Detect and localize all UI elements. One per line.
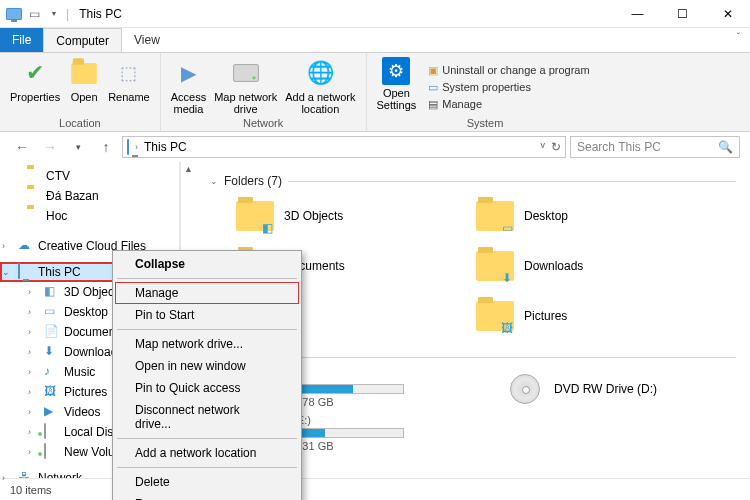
chevron-right-icon[interactable]: › (28, 387, 31, 397)
open-button[interactable]: Open (64, 57, 104, 117)
tab-file[interactable]: File (0, 28, 43, 52)
rename-button[interactable]: ⬚ Rename (104, 57, 154, 117)
chevron-right-icon[interactable]: › (2, 473, 5, 478)
ctx-disconnect-drive[interactable]: Disconnect network drive... (115, 399, 299, 435)
add-location-button[interactable]: 🌐 Add a network location (281, 57, 359, 117)
recent-dropdown[interactable]: ▾ (66, 135, 90, 159)
manage-link[interactable]: ▤Manage (428, 98, 589, 111)
separator (288, 181, 736, 182)
ribbon-tabs: File Computer View ˇ (0, 28, 750, 52)
access-media-button[interactable]: ▶ Access media (167, 57, 210, 117)
drive-c-sub: of 178 GB (284, 396, 404, 408)
ribbon-group-network: ▶ Access media Map network drive 🌐 Add a… (161, 53, 367, 131)
open-settings-button[interactable]: ⚙ Open Settings (373, 57, 421, 117)
drive-icon (230, 57, 262, 89)
chevron-right-icon[interactable]: › (28, 367, 31, 377)
chevron-right-icon[interactable]: › (28, 327, 31, 337)
drive-e-sub: of 931 GB (284, 440, 404, 452)
separator (247, 357, 736, 358)
address-dropdown-icon[interactable]: v (541, 140, 546, 154)
tab-computer[interactable]: Computer (43, 28, 122, 52)
separator (117, 467, 297, 468)
network-group-label: Network (167, 117, 360, 131)
window-title: This PC (79, 7, 122, 21)
tree-hoc[interactable]: Hoc (0, 206, 179, 226)
address-bar[interactable]: › This PC v ↻ (122, 136, 566, 158)
tree-dabazan[interactable]: Đá Bazan (0, 186, 179, 206)
close-button[interactable]: ✕ (705, 0, 750, 28)
separator (117, 438, 297, 439)
folder-downloads[interactable]: ⬇ Downloads (476, 244, 676, 288)
minimize-button[interactable]: ― (615, 0, 660, 28)
drive-c-label: :) (284, 370, 404, 382)
refresh-button[interactable]: ↻ (551, 140, 561, 154)
ctx-manage[interactable]: Manage (115, 282, 299, 304)
chevron-right-icon[interactable]: › (28, 287, 31, 297)
ctx-add-network-location[interactable]: Add a network location (115, 442, 299, 464)
chevron-down-icon[interactable]: ⌄ (2, 267, 10, 277)
chevron-right-icon[interactable]: › (28, 347, 31, 357)
up-button[interactable]: ↑ (94, 135, 118, 159)
address-text: This PC (144, 140, 187, 154)
chevron-down-icon[interactable]: ⌄ (210, 176, 218, 186)
chevron-right-icon[interactable]: › (28, 427, 31, 437)
search-icon: 🔍 (718, 140, 733, 154)
properties-button[interactable]: ✔ Properties (6, 57, 64, 117)
context-menu: Collapse Manage Pin to Start Map network… (112, 250, 302, 500)
ctx-pin-start[interactable]: Pin to Start (115, 304, 299, 326)
open-icon (68, 57, 100, 89)
qat-dropdown-icon[interactable]: ▾ (46, 6, 62, 22)
folders-header[interactable]: ⌄ Folders (7) (210, 174, 736, 188)
scroll-up-icon[interactable]: ▲ (184, 162, 193, 176)
ribbon-collapse-icon[interactable]: ˇ (727, 28, 750, 52)
ribbon: ✔ Properties Open ⬚ Rename Location ▶ Ac… (0, 52, 750, 132)
quick-access-toolbar: ▭ ▾ | (0, 6, 69, 22)
chevron-right-icon[interactable]: › (2, 241, 5, 251)
item-count: 10 items (10, 484, 52, 496)
access-media-label: Access media (171, 91, 206, 115)
maximize-button[interactable]: ☐ (660, 0, 705, 28)
search-box[interactable]: Search This PC 🔍 (570, 136, 740, 158)
chevron-right-icon[interactable]: › (28, 407, 31, 417)
qat-properties-icon[interactable]: ▭ (26, 6, 42, 22)
ribbon-group-location: ✔ Properties Open ⬚ Rename Location (0, 53, 161, 131)
titlebar: ▭ ▾ | This PC ― ☐ ✕ (0, 0, 750, 28)
drive-dvd[interactable]: DVD RW Drive (D:) (506, 370, 736, 408)
back-button[interactable]: ← (10, 135, 34, 159)
ctx-open-new-window[interactable]: Open in new window (115, 355, 299, 377)
ctx-collapse[interactable]: Collapse (115, 253, 299, 275)
drive-e-label: e (E:) (284, 414, 404, 426)
titlebar-separator: | (66, 7, 69, 21)
dvd-icon (506, 370, 544, 408)
open-label: Open (71, 91, 98, 103)
chevron-right-icon[interactable]: › (28, 307, 31, 317)
image-icon: 🖼 (498, 319, 516, 337)
ctx-rename[interactable]: Rename (115, 493, 299, 500)
folder-pictures[interactable]: 🖼 Pictures (476, 294, 676, 338)
manage-small-icon: ▤ (428, 98, 438, 111)
tree-ctv[interactable]: CTV (0, 166, 179, 186)
window-controls: ― ☐ ✕ (615, 0, 750, 28)
system-links: ▣Uninstall or change a program ▭System p… (420, 57, 597, 117)
forward-button[interactable]: → (38, 135, 62, 159)
drive-c-usage-bar (284, 384, 404, 394)
properties-label: Properties (10, 91, 60, 103)
navbar: ← → ▾ ↑ › This PC v ↻ Search This PC 🔍 (0, 132, 750, 162)
map-drive-button[interactable]: Map network drive (210, 57, 281, 117)
folder-desktop[interactable]: ▭ Desktop (476, 194, 676, 238)
uninstall-link[interactable]: ▣Uninstall or change a program (428, 64, 589, 77)
sysprops-link[interactable]: ▭System properties (428, 81, 589, 94)
system-group-label: System (373, 117, 598, 131)
ctx-pin-quick-access[interactable]: Pin to Quick access (115, 377, 299, 399)
ctx-delete[interactable]: Delete (115, 471, 299, 493)
address-chevron-icon[interactable]: › (135, 142, 138, 152)
download-icon: ⬇ (498, 269, 516, 287)
tab-view[interactable]: View (122, 28, 172, 52)
pc-icon (127, 140, 129, 154)
chevron-right-icon[interactable]: › (28, 447, 31, 457)
devices-grid: :) of 178 GB DVD RW Drive (D:) e (E:) (236, 370, 736, 452)
ctx-map-drive[interactable]: Map network drive... (115, 333, 299, 355)
cube-icon: ◧ (258, 219, 276, 237)
ribbon-group-system: ⚙ Open Settings ▣Uninstall or change a p… (367, 53, 604, 131)
folder-3d-objects[interactable]: ◧ 3D Objects (236, 194, 436, 238)
